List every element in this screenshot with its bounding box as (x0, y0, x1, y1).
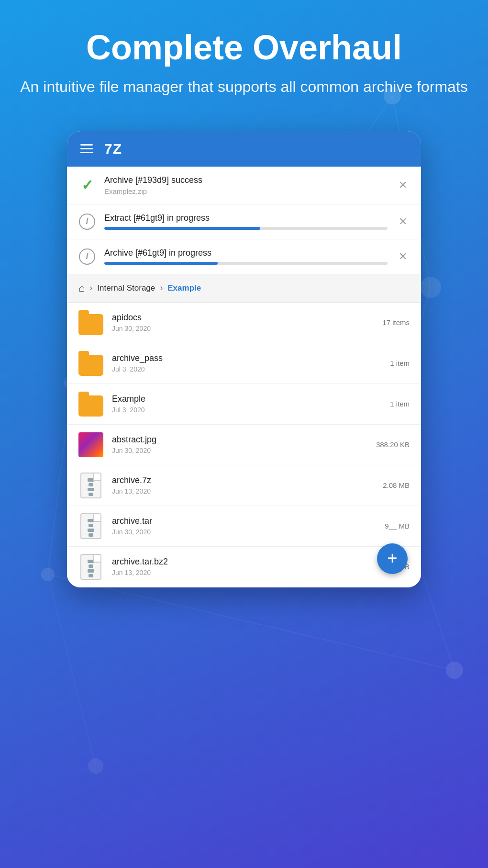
file-info: archive.tar Jun 30, 2020 (112, 516, 376, 536)
header-section: Complete Overhaul An intuitive file mana… (0, 0, 488, 117)
svg-line-14 (48, 575, 455, 670)
notification-card: i Archive [#61gt9] in progress ✕ (67, 239, 421, 274)
svg-point-5 (41, 568, 55, 581)
file-name: archive.tar (112, 516, 376, 526)
list-item[interactable]: archive.tar Jun 30, 2020 9__ MB (67, 506, 421, 547)
home-icon[interactable]: ⌂ (78, 282, 85, 294)
archive-file-icon (78, 514, 103, 539)
notif-content: Extract [#61gt9] in progress (104, 213, 388, 230)
svg-point-6 (446, 662, 463, 679)
plus-icon: + (387, 550, 397, 567)
list-item[interactable]: apidocs Jun 30, 2020 17 items (67, 303, 421, 343)
phone-mockup: 7Z ✓ Archive [#193d9] success Examplez.z… (67, 131, 421, 587)
file-info: abstract.jpg Jun 30, 2020 (112, 435, 367, 454)
list-item[interactable]: abstract.jpg Jun 30, 2020 388.20 KB (67, 425, 421, 465)
file-date: Jul 3, 2020 (112, 365, 381, 373)
breadcrumb-chevron-icon: › (89, 283, 92, 293)
file-meta: 1 item (390, 359, 410, 367)
folder-icon (78, 351, 103, 376)
file-name: archive.7z (112, 475, 374, 485)
list-item[interactable]: Example Jul 3, 2020 1 item (67, 384, 421, 425)
file-date: Jun 30, 2020 (112, 325, 374, 332)
notif-content: Archive [#193d9] success Examplez.zip (104, 175, 388, 195)
app-title: 7Z (104, 141, 122, 157)
notif-title: Archive [#193d9] success (104, 175, 388, 185)
archive-file-icon (78, 554, 103, 579)
file-date: Jun 13, 2020 (112, 569, 374, 576)
file-name: apidocs (112, 313, 374, 323)
progress-fill (104, 262, 218, 265)
file-meta: 1 item (390, 400, 410, 408)
notification-card: i Extract [#61gt9] in progress ✕ (67, 204, 421, 239)
notification-card: ✓ Archive [#193d9] success Examplez.zip … (67, 167, 421, 204)
file-date: Jun 30, 2020 (112, 447, 367, 454)
file-date: Jun 30, 2020 (112, 528, 376, 536)
folder-icon (78, 392, 103, 417)
notif-subtitle: Examplez.zip (104, 187, 388, 195)
file-meta: 388.20 KB (376, 440, 410, 449)
file-info: archive_pass Jul 3, 2020 (112, 353, 381, 373)
info-status-icon: i (78, 213, 96, 230)
notif-content: Archive [#61gt9] in progress (104, 248, 388, 265)
file-meta: 17 items (382, 318, 410, 327)
image-thumbnail (78, 432, 103, 457)
file-name: archive_pass (112, 353, 381, 363)
list-item[interactable]: archive_pass Jul 3, 2020 1 item (67, 343, 421, 384)
breadcrumb-current-folder[interactable]: Example (167, 283, 201, 293)
check-status-icon: ✓ (78, 177, 96, 194)
svg-point-7 (88, 758, 103, 774)
notif-title: Extract [#61gt9] in progress (104, 213, 388, 223)
file-date: Jun 13, 2020 (112, 487, 374, 495)
breadcrumb: ⌂ › Internal Storage › Example (67, 274, 421, 303)
archive-file-icon (78, 473, 103, 498)
folder-icon (78, 310, 103, 335)
menu-icon[interactable] (80, 144, 93, 153)
progress-fill (104, 227, 260, 230)
close-notification-button[interactable]: ✕ (396, 179, 410, 192)
notifications-section: ✓ Archive [#193d9] success Examplez.zip … (67, 167, 421, 274)
list-item[interactable]: archive.7z Jun 13, 2020 2.08 MB (67, 465, 421, 506)
list-item[interactable]: archive.tar.bz2 Jun 13, 2020 2.18 MB (67, 547, 421, 587)
file-list: apidocs Jun 30, 2020 17 items archive_pa… (67, 303, 421, 587)
progress-bar (104, 262, 388, 265)
svg-point-2 (420, 277, 441, 298)
header-subtitle: An intuitive file manager that supports … (19, 76, 469, 98)
file-meta: 9__ MB (385, 522, 410, 530)
file-name: Example (112, 394, 381, 404)
info-status-icon: i (78, 248, 96, 265)
progress-bar (104, 227, 388, 230)
file-info: archive.tar.bz2 Jun 13, 2020 (112, 557, 374, 576)
file-name: archive.tar.bz2 (112, 557, 374, 567)
breadcrumb-chevron-icon: › (160, 283, 163, 293)
fab-add-button[interactable]: + (377, 543, 408, 574)
close-notification-button[interactable]: ✕ (396, 215, 410, 228)
file-info: Example Jul 3, 2020 (112, 394, 381, 414)
breadcrumb-internal-storage[interactable]: Internal Storage (97, 283, 155, 293)
notif-title: Archive [#61gt9] in progress (104, 248, 388, 258)
app-topbar: 7Z (67, 131, 421, 167)
file-name: abstract.jpg (112, 435, 367, 445)
svg-line-15 (48, 575, 96, 766)
close-notification-button[interactable]: ✕ (396, 250, 410, 263)
file-info: apidocs Jun 30, 2020 (112, 313, 374, 332)
header-title: Complete Overhaul (19, 29, 469, 67)
file-meta: 2.08 MB (383, 481, 410, 489)
file-date: Jul 3, 2020 (112, 406, 381, 414)
file-info: archive.7z Jun 13, 2020 (112, 475, 374, 495)
